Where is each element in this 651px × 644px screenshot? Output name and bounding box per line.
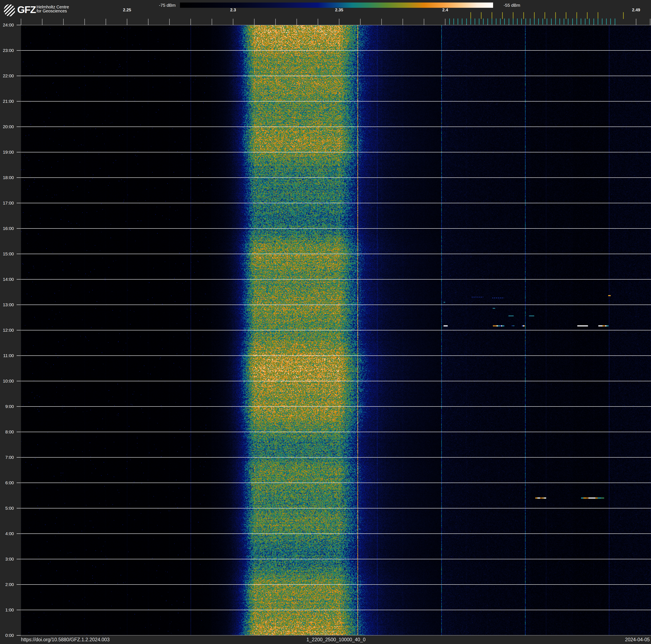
hour-gridline <box>21 355 651 356</box>
freq-minor-tick <box>339 19 339 25</box>
freq-minor-tick <box>318 19 318 25</box>
wifi-channel-tick <box>598 12 598 19</box>
ble-channel-tick <box>542 19 543 25</box>
wifi-channel-tick <box>481 12 482 19</box>
ble-channel-tick <box>577 19 577 25</box>
freq-minor-tick <box>63 19 64 25</box>
time-axis-label: 23:00 <box>0 48 14 53</box>
wifi-channel-tick <box>492 12 492 19</box>
freq-axis-label: 2.25 <box>123 7 131 12</box>
hour-gridline <box>21 381 651 381</box>
hour-gridline <box>21 533 651 534</box>
freq-minor-tick <box>42 19 42 25</box>
time-axis-label: 17:00 <box>0 201 14 205</box>
ble-channel-tick <box>492 19 492 25</box>
rf-burst <box>598 325 609 326</box>
freq-minor-tick <box>275 19 276 25</box>
rf-burst <box>535 498 546 499</box>
gfz-logo-icon <box>4 4 15 17</box>
time-axis-label: 15:00 <box>0 252 14 256</box>
ble-channel-tick <box>500 19 501 25</box>
ble-channel-tick <box>585 19 586 25</box>
time-tick <box>17 635 21 636</box>
freq-minor-tick <box>381 19 382 25</box>
freq-minor-tick <box>212 19 212 25</box>
ble-channel-tick <box>555 19 556 25</box>
hour-gridline <box>21 584 651 585</box>
hour-gridline <box>21 254 651 254</box>
time-axis-label: 3:00 <box>0 557 14 561</box>
hour-gridline <box>21 457 651 458</box>
ble-channel-tick <box>538 19 539 25</box>
time-tick <box>17 406 21 407</box>
hour-gridline <box>21 610 651 610</box>
ble-channel-tick <box>547 19 547 25</box>
freq-axis-label: 2.3 <box>230 7 236 12</box>
legend-max-label: -55 dBm <box>503 3 520 8</box>
hour-gridline <box>21 228 651 229</box>
ble-channel-tick <box>479 19 479 25</box>
wifi-channel-tick <box>566 12 566 19</box>
time-tick <box>17 482 21 483</box>
rf-burst <box>443 302 445 303</box>
time-axis-label: 20:00 <box>0 124 14 129</box>
wifi-channel-tick <box>502 12 503 19</box>
freq-axis-label: 2.4 <box>442 7 448 12</box>
ble-channel-tick <box>525 19 526 25</box>
ble-channel-tick <box>462 19 462 25</box>
freq-minor-tick <box>105 19 106 25</box>
time-tick <box>17 76 21 76</box>
time-axis-label: 11:00 <box>0 353 14 358</box>
time-tick <box>17 228 21 229</box>
time-tick <box>17 381 21 381</box>
rf-burst <box>522 325 525 326</box>
wifi-channel-tick <box>534 12 535 19</box>
time-axis-label: 7:00 <box>0 455 14 460</box>
hour-gridline <box>21 304 651 305</box>
time-axis-label: 9:00 <box>0 404 14 409</box>
legend-min-label: -75 dBm <box>159 3 176 8</box>
ble-channel-tick <box>581 19 581 25</box>
time-tick <box>17 508 21 508</box>
freq-minor-tick <box>190 19 191 25</box>
hour-gridline <box>21 203 651 203</box>
ble-channel-tick <box>496 19 496 25</box>
rf-burst <box>577 325 588 326</box>
time-tick <box>17 330 21 330</box>
ble-channel-tick <box>517 19 518 25</box>
ble-channel-tick <box>610 19 611 25</box>
ble-channel-tick <box>483 19 484 25</box>
time-axis-label: 24:00 <box>0 23 14 27</box>
spectrogram-plot-area <box>21 25 651 635</box>
time-tick <box>17 610 21 610</box>
freq-minor-tick <box>127 19 127 25</box>
ble-channel-tick <box>454 19 454 25</box>
time-axis-label: 1:00 <box>0 608 14 612</box>
time-axis-label: 8:00 <box>0 430 14 434</box>
hour-gridline <box>21 177 651 178</box>
logo-org-name: Helmholtz Centre for Geosciences <box>36 5 69 13</box>
time-axis-label: 14:00 <box>0 277 14 282</box>
freq-minor-tick <box>148 19 149 25</box>
ble-channel-tick <box>466 19 467 25</box>
ble-channel-tick <box>589 19 590 25</box>
time-tick <box>17 559 21 559</box>
ble-channel-tick <box>615 19 615 25</box>
rf-burst <box>508 316 514 316</box>
freq-minor-tick <box>650 19 650 25</box>
dataset-id-label: 1_2200_2500_10000_40_0 <box>21 637 651 643</box>
time-tick <box>17 101 21 101</box>
wifi-channel-tick <box>555 12 556 19</box>
ble-channel-tick <box>602 19 602 25</box>
ble-channel-tick <box>521 19 522 25</box>
time-axis-label: 18:00 <box>0 175 14 180</box>
time-axis-label: 2:00 <box>0 582 14 587</box>
colorbar-legend <box>180 2 493 8</box>
ble-channel-tick <box>606 19 607 25</box>
hour-gridline <box>21 406 651 407</box>
time-axis-label: 12:00 <box>0 328 14 332</box>
time-tick <box>17 203 21 203</box>
rf-burst <box>492 298 504 298</box>
wifi-channel-tick <box>545 12 545 19</box>
freq-minor-tick <box>85 19 85 25</box>
